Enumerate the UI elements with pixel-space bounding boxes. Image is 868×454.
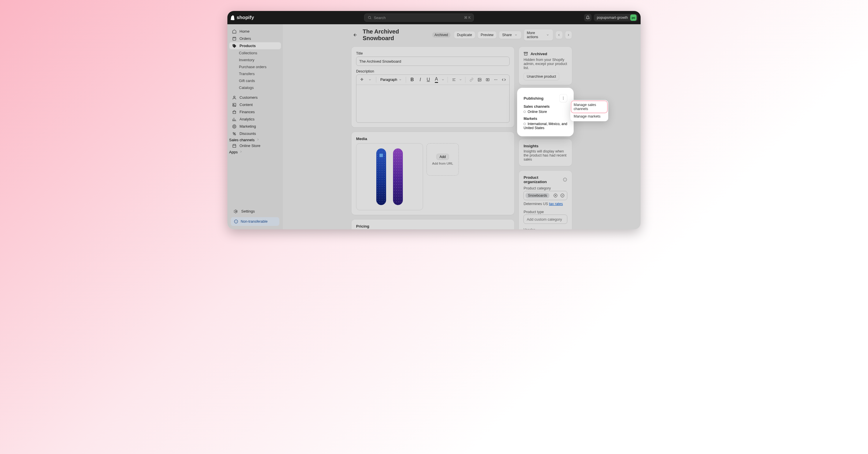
nav-label: Products	[240, 44, 256, 48]
nav-discounts[interactable]: Discounts	[229, 130, 281, 137]
nav-purchase-orders[interactable]: Purchase orders	[229, 63, 281, 70]
channel-value: Online Store	[527, 110, 547, 114]
snowboard-illustration	[376, 148, 386, 205]
manage-markets-item[interactable]: Manage markets	[571, 113, 607, 120]
nav-online-store[interactable]: Online Store	[229, 142, 281, 149]
svg-point-9	[233, 132, 234, 134]
markets-label: Markets	[523, 117, 567, 121]
bell-icon	[586, 15, 590, 20]
marketing-icon	[232, 124, 237, 129]
rte-align-button[interactable]	[450, 76, 458, 83]
rte-italic-button[interactable]: I	[416, 76, 424, 83]
rte-bold-button[interactable]: B	[408, 76, 416, 83]
prev-product-button[interactable]	[556, 31, 562, 39]
section-label: Sales channels	[229, 138, 254, 142]
btn-label: Unarchive product	[527, 75, 556, 79]
nav-content[interactable]: Content	[229, 101, 281, 108]
store-button[interactable]: popupsmart-growth po	[594, 14, 638, 21]
chevron-down-icon	[546, 33, 550, 37]
category-input[interactable]: Snowboards	[523, 191, 567, 200]
next-product-button[interactable]	[565, 31, 572, 39]
rte-color-button[interactable]: A	[433, 76, 440, 83]
add-from-url-link[interactable]: Add from URL	[432, 162, 453, 165]
nav-label: Collections	[239, 51, 257, 55]
nav-gift-cards[interactable]: Gift cards	[229, 77, 281, 84]
svg-point-5	[234, 104, 234, 105]
product-type-input[interactable]	[523, 215, 567, 224]
clear-category-button[interactable]	[553, 193, 558, 198]
rte-ai-button[interactable]	[358, 76, 366, 83]
nav-home[interactable]: Home	[229, 28, 281, 35]
chevron-right-icon[interactable]	[256, 137, 260, 142]
publishing-menu-button[interactable]	[559, 94, 567, 102]
store-icon	[232, 144, 237, 148]
rte-code-button[interactable]	[500, 76, 507, 83]
home-icon	[232, 29, 237, 34]
rte-editor: Paragraph B I U A	[356, 75, 509, 123]
info-icon[interactable]	[563, 177, 567, 182]
back-button[interactable]	[351, 31, 359, 39]
search-placeholder: Search	[374, 16, 385, 20]
nav-catalogs[interactable]: Catalogs	[229, 84, 281, 91]
more-actions-button[interactable]: More actions	[524, 29, 554, 41]
notifications-button[interactable]	[584, 14, 592, 21]
chevron-down-icon[interactable]	[458, 76, 463, 83]
confirm-category-button[interactable]	[560, 193, 565, 198]
rte-underline-button[interactable]: U	[425, 76, 432, 83]
nav-label: Catalogs	[239, 85, 254, 90]
nav-collections[interactable]: Collections	[229, 49, 281, 56]
nav-finances[interactable]: Finances	[229, 108, 281, 115]
search-shortcut: ⌘ K	[464, 16, 471, 20]
banner-text: Non-transferable	[241, 220, 268, 224]
nav-label: Orders	[240, 36, 251, 41]
manage-sales-channels-item[interactable]: Manage sales channels	[571, 101, 607, 113]
nav-customers[interactable]: Customers	[229, 94, 281, 101]
rte-paragraph-select[interactable]: Paragraph	[379, 76, 403, 83]
rte-link-button[interactable]	[468, 76, 475, 83]
category-tag: Snowboards	[525, 193, 550, 198]
nav-analytics[interactable]: Analytics	[229, 115, 281, 123]
nav-label: Finances	[240, 110, 255, 114]
chevron-right-icon[interactable]	[239, 149, 243, 154]
tax-rates-link[interactable]: tax rates	[549, 202, 563, 206]
duplicate-button[interactable]: Duplicate	[454, 31, 475, 39]
content-icon	[232, 103, 237, 107]
rte-video-button[interactable]	[484, 76, 491, 83]
vendor-label: Vendor	[523, 228, 567, 229]
preview-button[interactable]: Preview	[477, 31, 497, 39]
main-area: The Archived Snowboard Archived Duplicat…	[283, 24, 641, 229]
svg-point-25	[495, 79, 496, 80]
nav-orders[interactable]: Orders	[229, 35, 281, 42]
nav-products[interactable]: Products	[229, 42, 281, 49]
discounts-icon	[232, 132, 237, 136]
chevron-down-icon[interactable]	[366, 76, 374, 83]
non-transferable-banner: Non-transferable	[231, 217, 279, 226]
card-heading: Insights	[523, 144, 567, 148]
status-dot-icon	[523, 123, 526, 125]
media-add-button[interactable]: Add	[436, 154, 449, 160]
share-button[interactable]: Share	[499, 31, 521, 39]
btn-label: Add	[439, 155, 445, 159]
nav-inventory[interactable]: Inventory	[229, 56, 281, 63]
section-label: Apps	[229, 150, 238, 154]
rte-more-button[interactable]	[492, 76, 499, 83]
nav-marketing[interactable]: Marketing	[229, 123, 281, 130]
title-label: Title	[356, 51, 509, 55]
media-thumbnail[interactable]	[356, 143, 423, 210]
item-label: Manage sales channels	[574, 103, 596, 111]
chevron-down-icon[interactable]	[441, 76, 445, 83]
title-input[interactable]	[356, 57, 509, 66]
determines-text: Determines US tax rates	[523, 202, 567, 206]
svg-point-0	[369, 16, 371, 19]
unarchive-button[interactable]: Unarchive product	[523, 73, 559, 80]
svg-point-26	[497, 79, 497, 80]
search-input[interactable]: Search ⌘ K	[364, 13, 474, 22]
orders-icon	[232, 36, 237, 41]
rte-image-button[interactable]	[476, 76, 483, 83]
nav-transfers[interactable]: Transfers	[229, 70, 281, 77]
media-upload-zone[interactable]: Add Add from URL	[427, 143, 459, 176]
status-dot-icon	[523, 111, 526, 113]
rte-textarea[interactable]	[356, 85, 509, 122]
nav-settings[interactable]: Settings	[231, 208, 279, 215]
products-icon	[232, 44, 237, 48]
